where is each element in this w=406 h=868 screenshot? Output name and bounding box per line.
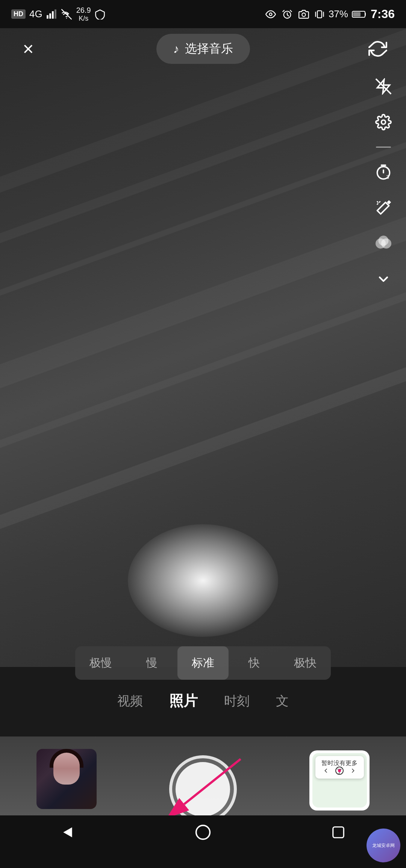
- album-inner: 暂时没有更多了: [312, 753, 367, 808]
- svg-rect-2: [52, 11, 54, 18]
- speed-very-fast[interactable]: 极快: [280, 646, 331, 680]
- speed-very-slow[interactable]: 极慢: [75, 646, 126, 680]
- home-circle: [335, 767, 344, 775]
- home-nav-button[interactable]: [188, 817, 218, 847]
- timer-icon: 3: [375, 164, 392, 180]
- watermark-badge: 龙城安卓网: [367, 829, 400, 862]
- svg-line-18: [184, 759, 241, 804]
- light-streak-4: [0, 153, 406, 452]
- album-icon: 暂时没有更多了: [309, 750, 370, 811]
- speed-fast[interactable]: 快: [229, 646, 280, 680]
- select-music-button[interactable]: ♪ 选择音乐: [156, 34, 250, 64]
- gallery-thumbnail[interactable]: [36, 749, 97, 809]
- settings-icon: [375, 114, 392, 130]
- battery-percent: 37%: [329, 8, 348, 20]
- viewfinder: [0, 28, 406, 667]
- watermark: 龙城安卓网: [367, 829, 400, 862]
- eye-icon: [264, 9, 277, 20]
- svg-marker-19: [63, 827, 72, 838]
- svg-point-20: [196, 826, 210, 839]
- settings-button[interactable]: [372, 111, 395, 133]
- color-filter-icon: [374, 234, 392, 253]
- music-note-icon: ♪: [173, 42, 179, 56]
- more-options-button[interactable]: [372, 268, 395, 290]
- svg-rect-7: [317, 11, 322, 18]
- hd-badge: HD: [11, 9, 26, 19]
- flip-camera-button[interactable]: [365, 36, 391, 62]
- nav-bar: [0, 815, 406, 849]
- home-circle-icon: [195, 824, 211, 841]
- svg-point-6: [302, 13, 305, 16]
- mode-selector: 视频 照片 时刻 文: [0, 691, 406, 711]
- signal-icon: [46, 9, 57, 20]
- magic-icon: [375, 200, 392, 216]
- flash-off-button[interactable]: [372, 75, 395, 98]
- camera-icon: [297, 9, 311, 20]
- back-nav-button[interactable]: [53, 817, 83, 847]
- mode-text[interactable]: 文: [276, 693, 289, 710]
- home-dot: [338, 769, 341, 772]
- battery-icon: [352, 10, 367, 19]
- speed-standard[interactable]: 标准: [177, 646, 229, 680]
- svg-point-16: [379, 236, 389, 246]
- album-nav: [315, 767, 364, 775]
- network-speed: 26.9 K/s: [76, 6, 91, 23]
- magic-button[interactable]: [372, 197, 395, 219]
- right-toolbar: 3: [372, 75, 395, 290]
- speed-slow[interactable]: 慢: [126, 646, 177, 680]
- toolbar-divider: [376, 147, 391, 148]
- svg-rect-9: [353, 12, 361, 17]
- watermark-text: 龙城安卓网: [372, 843, 395, 848]
- music-button-label: 选择音乐: [185, 41, 233, 57]
- thumb-face: [53, 753, 80, 785]
- flash-off-icon: [375, 78, 392, 95]
- speed-selector: 极慢 慢 标准 快 极快: [75, 646, 331, 680]
- bottom-tabs: 分段拍 快拍 模板 开直播: [0, 849, 406, 868]
- color-filter-button[interactable]: [372, 232, 395, 255]
- arrow-svg: [132, 748, 244, 823]
- wifi-icon: [61, 9, 73, 20]
- status-left: HD 4G 26.9 K/s: [11, 6, 105, 23]
- status-bar: HD 4G 26.9 K/s 37% 7:36: [0, 0, 406, 28]
- time-display: 7:36: [371, 7, 395, 21]
- arrow-indicator: [132, 748, 244, 824]
- lens-glow: [128, 524, 278, 637]
- mode-photo[interactable]: 照片: [169, 691, 198, 711]
- network-type: 4G: [29, 8, 42, 20]
- mode-video[interactable]: 视频: [117, 693, 143, 710]
- alarm-icon: [281, 9, 293, 20]
- forward-icon: [349, 767, 357, 774]
- back-icon: [322, 767, 330, 774]
- security-icon: [95, 9, 105, 20]
- vibrate-icon: [314, 9, 325, 20]
- svg-rect-0: [47, 15, 48, 18]
- svg-text:3: 3: [386, 174, 389, 180]
- back-triangle-icon: [60, 825, 75, 840]
- status-right: 37% 7:36: [264, 7, 395, 21]
- svg-point-4: [269, 13, 272, 15]
- top-controls: × ♪ 选择音乐: [0, 34, 406, 64]
- recent-nav-button[interactable]: [323, 817, 353, 847]
- svg-rect-21: [333, 827, 344, 838]
- svg-rect-3: [55, 9, 56, 18]
- chevron-down-icon: [376, 272, 391, 287]
- album-notification: 暂时没有更多了: [315, 756, 364, 779]
- recent-square-icon: [331, 825, 345, 839]
- close-button[interactable]: ×: [15, 36, 41, 62]
- timer-button[interactable]: 3: [372, 161, 395, 183]
- mode-moment[interactable]: 时刻: [224, 693, 250, 710]
- svg-point-11: [382, 120, 386, 124]
- flip-icon: [368, 39, 387, 58]
- svg-rect-1: [49, 13, 51, 18]
